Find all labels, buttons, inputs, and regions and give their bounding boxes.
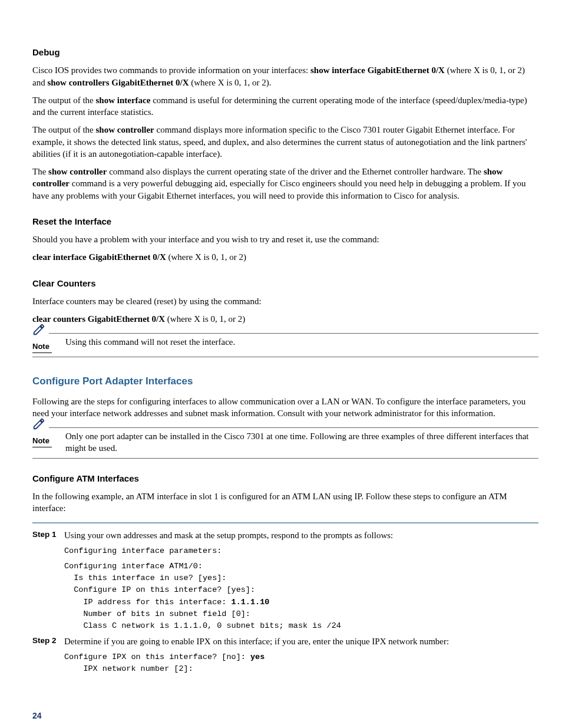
console-step1-a: Configuring interface parameters: [64, 545, 538, 557]
heading-atm: Configure ATM Interfaces [32, 473, 538, 485]
step-2-label: Step 2 [32, 635, 64, 647]
step-2-row: Step 2 Determine if you are going to ena… [32, 635, 538, 647]
cmd-show-interface: show interface GigabitEthernet 0/X [310, 65, 445, 75]
text: command also displays the current operat… [107, 167, 484, 176]
note-left: Note [32, 430, 63, 447]
note-label: Note [32, 341, 52, 353]
cmd-show-controller: show controller [95, 125, 154, 134]
heading-reset: Reset the Interface [32, 216, 538, 228]
text: (where X is 0, 1, or 2) [165, 314, 245, 324]
page-number: 24 [32, 710, 538, 722]
step-1-row: Step 1 Using your own addresses and mask… [32, 529, 538, 541]
cmd-show-interface-2: show interface [95, 95, 150, 105]
para-counters-1: Interface counters may be cleared (reset… [32, 295, 538, 307]
para-debug-4: The show controller command also display… [32, 166, 538, 202]
bold-ip: 1.1.1.10 [232, 598, 270, 607]
console-step2: Configure IPX on this interface? [no]: y… [64, 651, 538, 676]
note-left: Note [32, 336, 63, 353]
para-reset-1: Should you have a problem with your inte… [32, 233, 538, 245]
step-2-text: Determine if you are going to enable IPX… [64, 635, 538, 647]
pencil-icon [32, 323, 49, 340]
para-debug-2: The output of the show interface command… [32, 94, 538, 118]
cmd-line-counters: clear counters GigabitEthernet 0/X (wher… [32, 313, 538, 325]
divider [32, 522, 538, 523]
text: The output of the [32, 95, 95, 105]
cmd-line-reset: clear interface GigabitEthernet 0/X (whe… [32, 251, 538, 263]
para-debug-3: The output of the show controller comman… [32, 124, 538, 160]
step-1-label: Step 1 [32, 529, 64, 541]
note-body: Using this command will not reset the in… [63, 336, 538, 348]
text: The [32, 167, 48, 176]
text: (where X is 0, 1, or 2). [189, 78, 272, 87]
text: Configure IPX on this interface? [no]: [64, 653, 250, 661]
text: (where X is 0, 1, or 2) [166, 252, 246, 262]
cmd-clear-interface: clear interface GigabitEthernet 0/X [32, 252, 166, 262]
para-portadapter-1: Following are the steps for configuring … [32, 396, 538, 420]
para-atm-1: In the following example, an ATM interfa… [32, 490, 538, 515]
cmd-clear-counters: clear counters GigabitEthernet 0/X [32, 314, 165, 324]
note-label: Note [32, 436, 52, 447]
text: command is a very powerful debugging aid… [32, 179, 525, 200]
step-1-text: Using your own addresses and mask at the… [64, 529, 538, 541]
pencil-icon [32, 417, 49, 434]
cmd-show-controller-2: show controller [48, 167, 107, 176]
text: Configuring interface ATM1/0: Is this in… [64, 562, 255, 607]
note-block-2: Note Only one port adapter can be instal… [32, 427, 538, 459]
text: Number of bits in subnet field [0]: Clas… [64, 610, 341, 630]
para-debug-1: Cisco IOS provides two commands to provi… [32, 64, 538, 88]
note-block-1: Note Using this command will not reset t… [32, 333, 538, 357]
cmd-show-controllers: show controllers GigabitEthernet 0/X [47, 78, 189, 87]
note-body: Only one port adapter can be installed i… [63, 430, 538, 454]
heading-port-adapter: Configure Port Adapter Interfaces [32, 375, 538, 388]
heading-clear-counters: Clear Counters [32, 278, 538, 289]
console-step1-b: Configuring interface ATM1/0: Is this in… [64, 561, 538, 633]
text: Cisco IOS provides two commands to provi… [32, 65, 310, 75]
bold-yes: yes [250, 653, 265, 661]
text: The output of the [32, 125, 95, 134]
heading-debug: Debug [32, 47, 538, 58]
text: IPX network number [2]: [64, 664, 193, 673]
